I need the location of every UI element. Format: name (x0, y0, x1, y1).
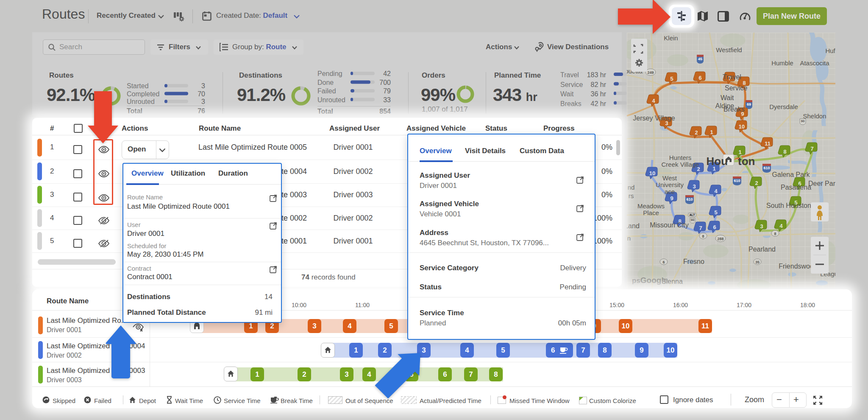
svg-text:Place: Place (643, 209, 659, 216)
svg-text:610: 610 (734, 179, 740, 183)
svg-text:Humble: Humble (771, 59, 793, 67)
svg-text:5: 5 (714, 209, 717, 216)
svg-text:7: 7 (699, 225, 702, 231)
svg-text:Jersey Village: Jersey Village (633, 115, 675, 122)
svg-text:University: University (656, 181, 684, 188)
svg-text:6: 6 (713, 224, 716, 230)
svg-text:6: 6 (662, 260, 665, 264)
svg-text:35: 35 (755, 260, 760, 264)
svg-text:4: 4 (714, 188, 718, 194)
svg-text:10: 10 (649, 170, 655, 176)
svg-text:2: 2 (695, 129, 698, 136)
svg-text:9: 9 (670, 195, 673, 202)
svg-text:90: 90 (801, 119, 805, 123)
svg-text:249: 249 (647, 70, 654, 75)
svg-text:6: 6 (698, 75, 701, 81)
svg-text:Service: Service (725, 84, 747, 92)
svg-text:Galena Park: Galena Park (772, 171, 810, 178)
svg-text:Creek Village: Creek Village (662, 161, 699, 168)
svg-text:69: 69 (747, 102, 751, 106)
svg-text:610: 610 (763, 166, 770, 170)
svg-text:Dyersdale: Dyersdale (769, 103, 798, 110)
svg-text:n: n (627, 235, 631, 242)
svg-text:psGoogle: psGoogle (632, 276, 668, 285)
svg-text:90: 90 (691, 218, 695, 222)
svg-text:8: 8 (783, 148, 786, 155)
svg-text:1: 1 (710, 129, 713, 135)
svg-text:nd: nd (628, 184, 635, 191)
svg-text:3: 3 (693, 183, 696, 190)
svg-text:2: 2 (755, 180, 758, 186)
svg-text:10: 10 (739, 123, 745, 130)
svg-text:4: 4 (652, 98, 655, 104)
svg-text:288: 288 (717, 237, 723, 241)
svg-text:Travel: Travel (723, 73, 741, 81)
svg-text:Huff: Huff (825, 47, 835, 54)
svg-text:8: 8 (702, 234, 704, 238)
svg-text:5: 5 (670, 76, 673, 82)
svg-text:11: 11 (765, 140, 771, 147)
svg-text:45: 45 (698, 57, 702, 61)
svg-text:Westfield: Westfield (716, 46, 742, 53)
svg-text:4: 4 (779, 223, 783, 229)
svg-text:3: 3 (760, 223, 763, 230)
svg-text:ALT: ALT (689, 213, 695, 216)
svg-text:7: 7 (810, 146, 813, 152)
svg-text:Atascocita: Atascocita (800, 59, 829, 67)
svg-text:South Houston: South Houston (766, 202, 811, 209)
svg-text:rs: rs (629, 192, 634, 199)
svg-text:Deer Park: Deer Park (808, 180, 835, 187)
svg-text:Breaks: Breaks (723, 106, 745, 113)
svg-text:West: West (662, 174, 677, 182)
svg-text:Land: Land (627, 222, 640, 230)
svg-text:Hunters: Hunters (669, 154, 692, 161)
svg-text:8: 8 (774, 232, 776, 236)
svg-text:Fresno: Fresno (683, 258, 704, 265)
svg-text:Meadows: Meadows (637, 202, 665, 210)
svg-text:Sheldon: Sheldon (803, 112, 826, 120)
svg-text:ace: ace (665, 188, 675, 195)
svg-text:Wait: Wait (721, 94, 734, 101)
svg-text:610: 610 (686, 197, 693, 202)
svg-text:1: 1 (738, 149, 741, 155)
svg-text:Pearland: Pearland (748, 246, 776, 253)
svg-text:Pasadena: Pasadena (781, 184, 811, 191)
svg-text:Missouri City: Missouri City (650, 221, 689, 229)
